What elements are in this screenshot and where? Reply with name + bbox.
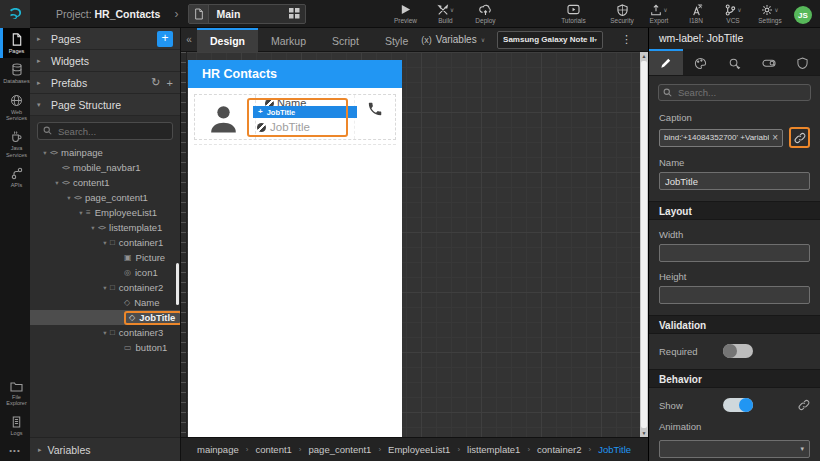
project-title: Project: HR_Contacts (56, 8, 160, 20)
collapse-panel-button[interactable]: « (181, 34, 197, 45)
widget-drag-handle[interactable]: + JobTitle (253, 106, 357, 118)
bind-show-button[interactable] (798, 399, 810, 411)
export-button[interactable]: ∨ Export (646, 3, 672, 24)
preview-button[interactable]: Preview (392, 3, 418, 24)
chevron-down-icon[interactable]: ▾ (100, 329, 110, 337)
tree-item-page-content1[interactable]: ▾ <> page_content1 (30, 190, 180, 205)
user-avatar[interactable]: JS (794, 6, 812, 24)
rail-item-databases[interactable]: Databases (0, 58, 30, 88)
tree-item-picture[interactable]: ▣ Picture (30, 250, 180, 265)
settings-button[interactable]: ∨ Settings (757, 3, 783, 24)
chevron-down-icon[interactable]: ▾ (100, 239, 110, 247)
scroll-up-icon[interactable]: ▲ (640, 53, 648, 59)
wavemaker-logo[interactable] (0, 0, 30, 28)
grid-icon[interactable] (283, 8, 305, 19)
rail-item-pages[interactable]: Pages (0, 28, 30, 58)
breadcrumb-page-content1[interactable]: page_content1 (309, 444, 372, 455)
name-field[interactable] (659, 172, 810, 190)
tree-item-employeelist1[interactable]: ▾ ≡ EmployeeList1 (30, 205, 180, 220)
height-field[interactable] (659, 286, 810, 304)
phone-icon[interactable] (367, 101, 383, 117)
section-pages[interactable]: ▸ Pages + (30, 28, 180, 50)
tree-item-mainpage[interactable]: ▾ <> mainpage (30, 145, 180, 160)
rail-item-apis[interactable]: APIs (0, 162, 30, 192)
device-selector[interactable]: Samsung Galaxy Note III ▾ (497, 31, 603, 49)
tree-search-input[interactable] (37, 122, 173, 140)
tab-properties[interactable] (649, 49, 683, 75)
jobtitle-widget[interactable]: JobTitle (257, 121, 310, 133)
breadcrumb-jobtitle[interactable]: JobTitle (598, 444, 631, 455)
refresh-icon[interactable]: ↻ (151, 76, 160, 89)
tab-events[interactable] (717, 49, 751, 75)
properties-search-input[interactable] (658, 84, 811, 101)
kebab-menu-button[interactable]: ⋮ (613, 33, 640, 46)
chevron-down-icon[interactable]: ▾ (88, 224, 98, 232)
breadcrumb-listtemplate1[interactable]: listtemplate1 (467, 444, 520, 455)
breadcrumb-employeelist1[interactable]: EmployeeList1 (388, 444, 450, 455)
chevron-down-icon[interactable]: ▾ (76, 209, 86, 217)
tree-item-name[interactable]: ◇ Name (30, 295, 180, 310)
animation-select[interactable]: ▾ (659, 440, 810, 458)
add-prefab-button[interactable]: + (167, 77, 173, 89)
tree-item-listtemplate1[interactable]: ▾ <> listtemplate1 (30, 220, 180, 235)
scroll-down-icon[interactable]: ▼ (640, 430, 648, 436)
tab-security[interactable] (786, 49, 820, 75)
tab-devices[interactable] (752, 49, 786, 75)
section-page-structure[interactable]: ▾ Page Structure (30, 94, 180, 116)
rail-item-logs[interactable]: Logs (0, 411, 30, 440)
tree-item-content1[interactable]: ▾ <> content1 (30, 175, 180, 190)
caption-field[interactable]: bind:'+14084352700' +Variables.HrdbE × (659, 129, 783, 147)
settings-icon: ∨ (761, 3, 778, 16)
variables-dropdown[interactable]: (x) Variables ∨ (421, 34, 485, 45)
page-selector[interactable]: Main (188, 4, 306, 24)
chevron-down-icon[interactable]: ▾ (52, 179, 62, 187)
caret-down-icon: ▾ (594, 36, 597, 43)
width-field[interactable] (659, 244, 810, 262)
canvas-scrollbar[interactable]: ▲ ▼ (640, 52, 648, 437)
section-prefabs[interactable]: ▸ Prefabs ↻ + (30, 72, 180, 94)
more-options-button[interactable]: ••• (0, 440, 30, 461)
rail-item-file-explorer[interactable]: File Explorer (0, 376, 30, 411)
security-button[interactable]: Security (609, 3, 635, 24)
tree-item-button1[interactable]: ▭ button1 (30, 340, 180, 355)
width-row (649, 244, 820, 262)
person-icon[interactable] (205, 100, 242, 137)
section-variables[interactable]: ▸ Variables (30, 437, 180, 461)
scrollbar-thumb[interactable] (641, 61, 647, 428)
employee-list-item[interactable]: Name + JobTitle JobTitle (194, 94, 396, 140)
breadcrumb-container2[interactable]: container2 (537, 444, 581, 455)
bind-caption-button[interactable] (789, 127, 810, 148)
show-toggle[interactable] (723, 398, 753, 412)
tab-styles[interactable] (683, 49, 717, 75)
clear-icon[interactable]: × (772, 132, 778, 143)
breadcrumb-mainpage[interactable]: mainpage (197, 444, 239, 455)
chevron-down-icon[interactable]: ▾ (64, 194, 74, 202)
vcs-button[interactable]: ∨ VCS (720, 3, 746, 24)
tree-item-container1[interactable]: ▾ □ container1 (30, 235, 180, 250)
i18n-button[interactable]: I18N (683, 3, 709, 24)
tree-item-icon1[interactable]: ◎ icon1 (30, 265, 180, 280)
section-widgets[interactable]: ▸ Widgets (30, 50, 180, 72)
add-page-button[interactable]: + (157, 31, 173, 47)
tree-item-container3[interactable]: ▾ □ container3 (30, 325, 180, 340)
tab-style[interactable]: Style (372, 28, 421, 52)
tab-script[interactable]: Script (319, 28, 372, 52)
tab-design[interactable]: Design (197, 28, 258, 52)
chevron-down-icon[interactable]: ▾ (100, 284, 110, 292)
tree-scrollbar[interactable] (176, 263, 179, 305)
tree-label: page_content1 (85, 192, 148, 203)
tree-item-mobile-navbar1[interactable]: <> mobile_navbar1 (30, 160, 180, 175)
canvas-toolbar: « Design Markup Script Style (x) Variabl… (181, 28, 648, 52)
rail-item-web-services[interactable]: Web Services (0, 89, 30, 126)
tree-label: JobTitle (139, 312, 175, 323)
tree-item-container2[interactable]: ▾ □ container2 (30, 280, 180, 295)
build-button[interactable]: ∨ Build (432, 3, 458, 24)
deploy-button[interactable]: Deploy (472, 3, 498, 24)
required-toggle[interactable] (723, 344, 753, 358)
chevron-down-icon[interactable]: ▾ (40, 149, 50, 157)
breadcrumb-content1[interactable]: content1 (255, 444, 291, 455)
rail-item-java-services[interactable]: Java Services (0, 125, 30, 162)
tree-item-jobtitle[interactable]: ◇ JobTitle (30, 310, 180, 325)
tutorials-button[interactable]: Tutorials (560, 3, 586, 24)
tab-markup[interactable]: Markup (258, 28, 319, 52)
